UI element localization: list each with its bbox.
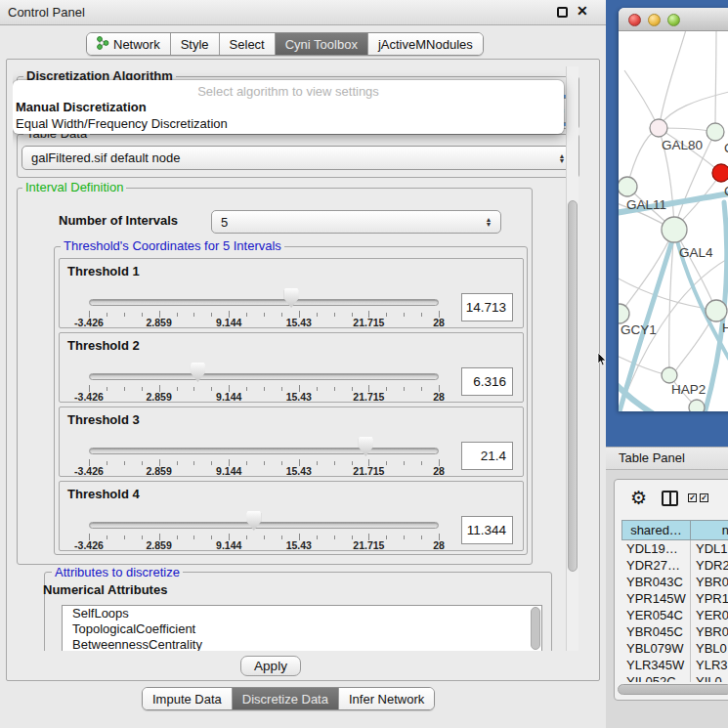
cell-shared-name[interactable]: YDL19… bbox=[621, 540, 691, 557]
tick-label: -3.426 bbox=[74, 539, 104, 551]
attribute-list-item[interactable]: BetweennessCentrality bbox=[63, 637, 541, 651]
float-window-icon[interactable] bbox=[557, 7, 568, 18]
cell-name[interactable]: YBR0 bbox=[691, 623, 728, 640]
slider-track[interactable] bbox=[89, 299, 439, 306]
network-edge[interactable] bbox=[674, 230, 715, 309]
tick-label: -3.426 bbox=[74, 465, 104, 477]
settings-scrollbar-thumb[interactable] bbox=[568, 200, 578, 572]
network-window-titlebar[interactable] bbox=[619, 8, 728, 31]
network-node-bottom[interactable] bbox=[689, 400, 705, 411]
table-row[interactable]: YBL079WYBL0 bbox=[621, 640, 728, 657]
control-panel-titlebar bbox=[0, 0, 606, 25]
list-scrollbar-thumb[interactable] bbox=[531, 607, 540, 650]
node-label: H bbox=[722, 321, 728, 335]
close-traffic-light[interactable] bbox=[628, 14, 641, 26]
table-row[interactable]: YLR345WYLR3 bbox=[621, 657, 728, 673]
attribute-list-item[interactable]: TopologicalCoefficient bbox=[63, 621, 541, 637]
cell-shared-name[interactable]: YBR045C bbox=[621, 623, 691, 640]
network-edge[interactable] bbox=[619, 356, 667, 375]
slider-track[interactable] bbox=[89, 448, 439, 454]
cell-name[interactable]: YLR3 bbox=[691, 657, 728, 673]
apply-button[interactable]: Apply bbox=[240, 656, 301, 676]
network-edge[interactable] bbox=[715, 31, 716, 129]
cell-shared-name[interactable]: YLR345W bbox=[621, 657, 691, 673]
network-node-gal4[interactable] bbox=[662, 217, 687, 242]
table-hscrollbar[interactable] bbox=[618, 684, 725, 695]
zoom-traffic-light[interactable] bbox=[667, 14, 680, 26]
cell-name[interactable]: YPR1 bbox=[691, 590, 728, 607]
threshold-3-slider[interactable]: -3.4262.8599.14415.4321.71528 bbox=[89, 407, 439, 478]
tab-style[interactable]: Style bbox=[170, 33, 219, 55]
settings-scrollbar[interactable] bbox=[566, 66, 578, 651]
slider-track[interactable] bbox=[89, 373, 439, 380]
table-row[interactable]: YDR27…YDR2 bbox=[621, 557, 728, 574]
column-selector-icon[interactable] bbox=[662, 491, 678, 506]
cell-shared-name[interactable]: YBR043C bbox=[621, 574, 691, 590]
cell-name[interactable]: YIL0 bbox=[691, 673, 728, 682]
table-row[interactable]: YBR043CYBR0 bbox=[621, 574, 728, 590]
threshold-2-slider[interactable]: -3.4262.8599.14415.4321.71528 bbox=[89, 333, 439, 404]
tab-cyni-toolbox-label: Cyni Toolbox bbox=[285, 37, 358, 52]
threshold-1-slider[interactable]: -3.4262.8599.14415.4321.71528 bbox=[89, 259, 439, 329]
threshold-4-slider[interactable]: -3.4262.8599.14415.4321.71528 bbox=[89, 482, 439, 552]
tab-infer-network[interactable]: Infer Network bbox=[338, 688, 434, 709]
number-of-intervals-combo[interactable]: 5 ▲▼ bbox=[211, 210, 501, 234]
tab-cyni-toolbox[interactable]: Cyni Toolbox bbox=[275, 33, 367, 55]
cell-name[interactable]: YBL0 bbox=[691, 640, 728, 657]
close-icon[interactable]: ✕ bbox=[577, 3, 588, 19]
table-data-combo[interactable]: galFiltered.sif default node ▲▼ bbox=[21, 146, 575, 170]
column-header-name[interactable]: na bbox=[691, 520, 728, 540]
tab-discretize-data[interactable]: Discretize Data bbox=[232, 688, 338, 709]
network-canvas[interactable]: GAL80GACGAL11GAL4GCY1HHAP2 bbox=[619, 31, 728, 411]
network-node-gcy1[interactable] bbox=[619, 304, 629, 323]
network-node-gal80[interactable] bbox=[650, 119, 667, 137]
node-label: GCY1 bbox=[621, 322, 657, 337]
slider-track[interactable] bbox=[89, 522, 439, 529]
network-node-ne[interactable] bbox=[707, 123, 724, 141]
tick-label: 28 bbox=[433, 465, 445, 477]
network-node-h[interactable] bbox=[706, 300, 727, 321]
network-view-window[interactable]: GAL80GACGAL11GAL4GCY1HHAP2 bbox=[619, 8, 728, 411]
threshold-1-value-field[interactable]: 14.713 bbox=[461, 293, 513, 321]
threshold-4-value-field[interactable]: 11.344 bbox=[461, 516, 513, 544]
network-edge[interactable] bbox=[660, 31, 687, 124]
checkbox-select-all-icon[interactable]: ✓ bbox=[688, 493, 697, 502]
cell-shared-name[interactable]: YDR27… bbox=[621, 557, 691, 574]
tab-impute-data[interactable]: Impute Data bbox=[143, 688, 232, 709]
table-row[interactable]: YDL19…YDL1 bbox=[621, 540, 728, 557]
network-node-selected[interactable] bbox=[712, 164, 728, 182]
option-manual-discretization[interactable]: Manual Discretization bbox=[16, 100, 147, 114]
cell-shared-name[interactable]: YER054C bbox=[621, 607, 691, 623]
tab-network[interactable]: Network bbox=[87, 33, 170, 55]
algorithm-hint-option[interactable]: Select algorithm to view settings bbox=[13, 84, 564, 99]
network-edge[interactable] bbox=[624, 70, 657, 124]
network-node-gal11[interactable] bbox=[619, 177, 637, 196]
cell-name[interactable]: YBR0 bbox=[691, 574, 728, 590]
cell-name[interactable]: YDR2 bbox=[691, 557, 728, 574]
attribute-list-item[interactable]: SelfLoops bbox=[63, 606, 541, 621]
checkbox-select-none-icon[interactable]: ✓ bbox=[700, 493, 708, 502]
option-equal-width-frequency[interactable]: Equal Width/Frequency Discretization bbox=[16, 116, 228, 131]
minimize-traffic-light[interactable] bbox=[648, 14, 661, 26]
table-hscrollbar-thumb[interactable] bbox=[618, 684, 728, 695]
cell-name[interactable]: YER0 bbox=[691, 607, 728, 623]
threshold-3-value-field[interactable]: 21.4 bbox=[461, 442, 513, 470]
table-settings-gear-icon[interactable]: ⚙ bbox=[630, 487, 647, 509]
threshold-2-value-field[interactable]: 6.316 bbox=[461, 367, 513, 396]
table-row[interactable]: YBR045CYBR0 bbox=[621, 623, 728, 640]
network-node-hap2[interactable] bbox=[662, 367, 677, 383]
table-row[interactable]: YER054CYER0 bbox=[621, 607, 728, 623]
network-edge[interactable] bbox=[660, 92, 728, 126]
column-header-shared-name[interactable]: shared… bbox=[621, 520, 691, 540]
tab-select[interactable]: Select bbox=[219, 33, 275, 55]
table-row[interactable]: YPR145WYPR1 bbox=[621, 590, 728, 607]
tab-jactivemnodules[interactable]: jActiveMNodules bbox=[367, 33, 483, 55]
numerical-attributes-list[interactable]: SelfLoopsTopologicalCoefficientBetweenne… bbox=[62, 605, 542, 651]
node-table[interactable]: shared… na YDL19…YDL1YDR27…YDR2YBR043CYB… bbox=[621, 520, 728, 682]
cell-shared-name[interactable]: YIL052C bbox=[621, 673, 691, 682]
cell-name[interactable]: YDL1 bbox=[691, 540, 728, 557]
cell-shared-name[interactable]: YBL079W bbox=[621, 640, 691, 657]
cell-shared-name[interactable]: YPR145W bbox=[621, 590, 691, 607]
table-row[interactable]: YIL052CYIL0 bbox=[621, 673, 728, 682]
tick-label: 21.715 bbox=[353, 539, 384, 551]
